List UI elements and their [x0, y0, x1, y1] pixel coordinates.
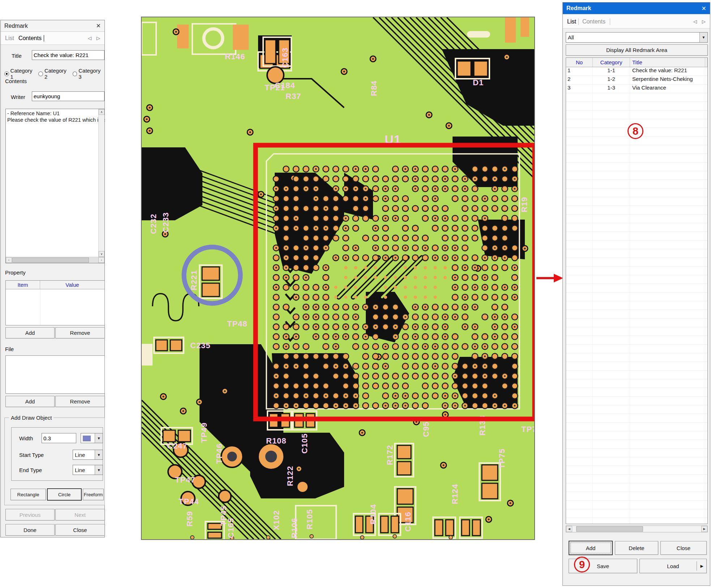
width-label: Width: [19, 435, 33, 441]
table-row[interactable]: 31-3Via Clearance: [566, 85, 707, 93]
scrollbar-thumb[interactable]: [12, 258, 89, 263]
file-remove-button[interactable]: Remove: [55, 396, 105, 407]
end-type-select[interactable]: Line ▼: [73, 465, 103, 475]
table-row: [566, 293, 707, 301]
pcb-layout-view[interactable]: R146TP21C163C184R37R84D1C232C233U1R221R1…: [141, 17, 535, 540]
scroll-up-icon[interactable]: ∧: [99, 109, 104, 115]
title-label: Title: [12, 53, 22, 59]
table-row[interactable]: 11-1Check the value: R221: [566, 67, 707, 76]
file-label: File: [5, 346, 14, 352]
category-filter-select[interactable]: All ▼: [566, 32, 708, 43]
table-row: [566, 405, 707, 414]
table-row: [566, 336, 707, 345]
file-add-button[interactable]: Add: [5, 396, 55, 407]
close-button[interactable]: Close: [660, 541, 707, 555]
pcb-label-C247: C247: [167, 441, 188, 450]
rectangle-button[interactable]: Rectangle: [10, 489, 46, 500]
pcb-canvas[interactable]: R146TP21C163C184R37R84D1C232C233U1R221R1…: [142, 17, 534, 539]
width-input[interactable]: [42, 433, 76, 443]
previous-button[interactable]: Previous: [5, 509, 55, 520]
radio-category-3[interactable]: Category 3: [73, 68, 104, 80]
tab-list[interactable]: List: [567, 18, 576, 25]
table-row: [566, 501, 707, 509]
scrollbar-thumb[interactable]: [576, 526, 643, 532]
pcb-label-C233: C233: [161, 212, 170, 233]
table-row: [566, 397, 707, 405]
col-category[interactable]: Category: [593, 58, 630, 67]
writer-input[interactable]: [32, 91, 104, 101]
pcb-label-C95: C95: [421, 421, 431, 437]
dropdown-arrow-icon[interactable]: ▼: [699, 33, 707, 42]
delete-button[interactable]: Delete: [615, 541, 658, 555]
next-button[interactable]: Next: [55, 509, 105, 520]
freeform-button[interactable]: Freeform: [83, 489, 104, 500]
table-row: [566, 362, 707, 371]
table-row: [566, 258, 707, 267]
scroll-right-icon[interactable]: ▶: [701, 526, 707, 532]
close-icon[interactable]: ✕: [96, 22, 101, 29]
tab-contents[interactable]: Contents: [18, 35, 42, 42]
done-button[interactable]: Done: [5, 524, 55, 536]
pcb-label-TP7: TP7: [521, 425, 534, 434]
table-row: [566, 353, 707, 362]
pcb-label-C165: C165: [226, 518, 235, 538]
file-listbox[interactable]: [5, 355, 105, 394]
col-title[interactable]: Title: [630, 58, 705, 67]
panel-title: Redmark: [566, 5, 591, 12]
scroll-right-icon[interactable]: ›: [98, 257, 104, 263]
col-no[interactable]: No: [566, 58, 593, 67]
table-row: [566, 440, 707, 449]
scroll-left-icon[interactable]: ‹: [6, 257, 12, 263]
scroll-left-icon[interactable]: ◀: [566, 526, 572, 532]
dropdown-arrow-icon[interactable]: ▼: [95, 465, 103, 475]
tab-next-icon[interactable]: ▷: [97, 35, 100, 41]
pcb-label-C116: C116: [403, 512, 412, 532]
line-color-picker[interactable]: ▼: [81, 433, 103, 443]
table-row[interactable]: 21-2Serpentine Nets-Cheking: [566, 76, 707, 85]
property-add-button[interactable]: Add: [5, 327, 55, 338]
contents-textarea[interactable]: - Reference Name: U1 Please check the va…: [5, 109, 105, 263]
tab-prev-icon[interactable]: ◁: [88, 35, 91, 41]
table-row: [566, 197, 707, 206]
redmark-link-arrow-icon: [536, 270, 565, 286]
tab-list[interactable]: List: [5, 35, 14, 42]
property-remove-button[interactable]: Remove: [55, 327, 105, 338]
tab-next-icon[interactable]: ▷: [702, 19, 706, 24]
tab-contents[interactable]: Contents: [582, 18, 605, 25]
table-row: [566, 154, 707, 163]
table-row: [566, 414, 707, 423]
add-draw-object-group: Add Draw Object Width ▼ Start Type Line …: [4, 418, 105, 505]
load-options-arrow-icon[interactable]: ▶: [701, 564, 703, 568]
table-row: [566, 509, 707, 518]
panel-title: Redmark: [4, 23, 28, 29]
pcb-label-R108: R108: [266, 436, 287, 445]
pcb-label-TP49: TP49: [200, 422, 209, 443]
property-table[interactable]: Item Value: [5, 280, 105, 325]
title-input[interactable]: [32, 50, 104, 60]
add-button[interactable]: Add: [569, 541, 613, 555]
tab-prev-icon[interactable]: ◁: [693, 19, 697, 24]
dropdown-arrow-icon[interactable]: ▼: [95, 433, 103, 443]
table-row: [566, 111, 707, 119]
load-button[interactable]: Load ▶: [639, 559, 707, 573]
tab-bar: List Contents ◁ ▷: [563, 15, 710, 29]
table-row: [566, 388, 707, 397]
pcb-label-TP46: TP46: [215, 443, 224, 464]
display-all-redmark-area-button[interactable]: Display All Redmark Area: [566, 44, 708, 56]
start-type-select[interactable]: Line ▼: [73, 450, 103, 460]
table-horizontal-scrollbar[interactable]: ◀ ▶: [566, 526, 708, 532]
dropdown-arrow-icon[interactable]: ▼: [95, 450, 103, 459]
pcb-label-TP44: TP44: [179, 497, 199, 506]
close-icon[interactable]: ✕: [702, 5, 706, 12]
circle-button[interactable]: Circle: [47, 488, 82, 501]
col-spacer: [705, 58, 707, 67]
writer-label: Writer: [11, 94, 25, 100]
radio-selected-icon: [4, 72, 9, 76]
scroll-down-icon[interactable]: ∨: [99, 251, 104, 257]
table-row: [566, 206, 707, 215]
close-button[interactable]: Close: [55, 524, 105, 536]
redmark-list-panel: Redmark ✕ List Contents ◁ ▷ All ▼ Displa…: [562, 2, 710, 586]
radio-category-2[interactable]: Category 2: [38, 68, 70, 80]
vertical-scrollbar[interactable]: ∧ ∨: [98, 109, 104, 257]
horizontal-scrollbar[interactable]: ‹ ›: [6, 257, 104, 263]
